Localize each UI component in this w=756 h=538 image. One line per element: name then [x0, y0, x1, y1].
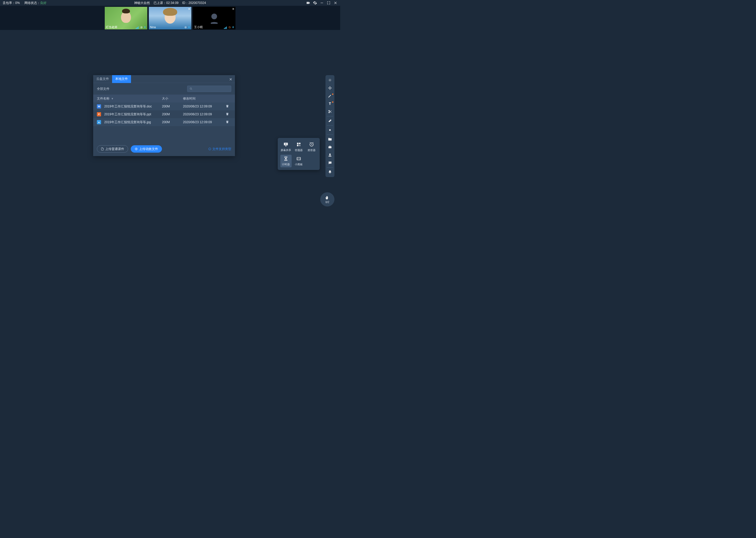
- close-window-icon[interactable]: [333, 1, 338, 5]
- tool-blackboard[interactable]: 2+3小黑板: [293, 155, 305, 167]
- user-icon[interactable]: [325, 151, 334, 159]
- packet-loss-label: 丢包率：: [3, 1, 15, 5]
- svg-point-7: [190, 88, 192, 89]
- right-toolbar: T: [325, 75, 334, 177]
- scissors-icon[interactable]: [325, 108, 334, 116]
- hand-count: 0/2: [325, 201, 329, 204]
- file-name: 2019年工作汇报情况查询等等.doc: [104, 104, 152, 109]
- folder-icon[interactable]: [325, 135, 334, 143]
- file-time: 2020/06/23 12:09:09: [183, 105, 223, 108]
- lesson-title: 神秘大自然: [134, 1, 150, 5]
- mic-icon: [144, 26, 146, 29]
- close-video-icon[interactable]: ✕: [188, 7, 190, 11]
- text-icon[interactable]: T: [325, 100, 334, 108]
- minimize-icon[interactable]: [320, 1, 324, 5]
- file-row[interactable]: ▲ 2019年工作汇报情况查询等等.jpg 200M 2020/06/23 12…: [93, 118, 235, 126]
- delete-file-button[interactable]: [223, 112, 231, 117]
- svg-point-19: [329, 110, 329, 111]
- upload-normal-button[interactable]: 上传普通课件: [97, 145, 128, 153]
- tool-label: 答题器: [295, 148, 303, 152]
- video-tile-student[interactable]: ✕ Nina: [149, 7, 191, 29]
- camera-icon: [184, 26, 187, 29]
- upload-animated-button[interactable]: 上传动效文件: [131, 145, 162, 153]
- signal-bars-icon: [224, 27, 227, 29]
- close-dialog-icon[interactable]: ✕: [229, 77, 232, 81]
- toolbar-separator: [327, 116, 333, 116]
- svg-point-21: [329, 129, 330, 131]
- camera-off-icon: [208, 11, 221, 25]
- tool-screen-share[interactable]: 屏幕共享: [280, 140, 292, 153]
- participant-name: 王小明: [194, 25, 203, 29]
- file-dialog: 云盘文件 本地文件 ✕ 全部文件 文件名称 ▼ 大小 修改时间 W 2019年工…: [93, 75, 235, 156]
- video-tile-student[interactable]: ✕ 王小明: [193, 7, 235, 29]
- raise-hand-button[interactable]: 0/2: [320, 192, 334, 206]
- svg-text:2+3: 2+3: [297, 158, 300, 160]
- blackboard-icon: 2+3: [295, 156, 303, 162]
- all-files-label: 全部文件: [97, 87, 110, 91]
- move-icon[interactable]: [325, 84, 334, 92]
- svg-rect-12: [299, 143, 301, 144]
- chat-icon[interactable]: [325, 159, 334, 167]
- play-circle-icon: [135, 147, 138, 150]
- svg-rect-13: [297, 145, 299, 146]
- col-size-label[interactable]: 大小: [162, 96, 183, 101]
- col-time-label[interactable]: 修改时间: [183, 96, 223, 101]
- video-tile-teacher[interactable]: 叮当老师: [105, 7, 147, 29]
- tool-label: 小黑板: [295, 163, 303, 166]
- signal-bars-icon: [136, 27, 139, 29]
- tools-popup: 屏幕共享答题器抢答器计时器2+3小黑板: [278, 138, 320, 170]
- tab-local-files[interactable]: 本地文件: [112, 75, 131, 83]
- file-row[interactable]: P 2019年工作汇报情况查询等等.ppt 200M 2020/06/23 12…: [93, 110, 235, 118]
- file-table-header: 文件名称 ▼ 大小 修改时间: [93, 94, 235, 102]
- participant-video-row: 叮当老师 ✕ Nina ✕ 王小明: [0, 6, 340, 30]
- file-type-icon: ▲: [97, 120, 101, 124]
- delete-file-button[interactable]: [223, 120, 231, 125]
- file-time: 2020/06/23 12:09:09: [183, 120, 223, 124]
- settings-icon[interactable]: [313, 1, 317, 5]
- file-type-icon: W: [97, 104, 101, 108]
- camera-toggle-icon[interactable]: [306, 1, 310, 5]
- hand-icon: [325, 195, 330, 200]
- search-input[interactable]: [187, 86, 231, 92]
- file-row[interactable]: W 2019年工作汇报情况查询等等.doc 200M 2020/06/23 12…: [93, 102, 235, 110]
- svg-point-5: [211, 14, 217, 20]
- svg-point-17: [330, 80, 330, 81]
- file-support-link[interactable]: 文件支持类型: [208, 147, 231, 151]
- network-label: 网络状态：: [24, 1, 40, 5]
- indicator-dot: [332, 101, 333, 103]
- close-video-icon[interactable]: ✕: [232, 7, 234, 11]
- bell-icon[interactable]: [325, 168, 334, 176]
- participant-name: 叮当老师: [106, 25, 117, 29]
- col-name-label[interactable]: 文件名称: [97, 96, 110, 101]
- tool-buzzer[interactable]: 抢答器: [306, 140, 317, 153]
- toolbar-separator: [327, 167, 333, 168]
- toolbar-separator: [327, 134, 333, 135]
- buzzer-icon: [308, 141, 315, 147]
- tab-cloud-files[interactable]: 云盘文件: [93, 75, 112, 83]
- file-size: 200M: [162, 112, 183, 116]
- toolbar-separator: [327, 125, 333, 126]
- svg-point-20: [329, 112, 329, 113]
- laser-pointer-icon[interactable]: [325, 76, 334, 84]
- toolbox-icon[interactable]: [325, 143, 334, 151]
- sort-desc-icon[interactable]: ▼: [111, 97, 114, 100]
- shape-circle-icon[interactable]: [325, 126, 334, 134]
- elapsed-value: 02:34:09: [166, 1, 178, 5]
- search-icon: [190, 87, 193, 90]
- pen-icon[interactable]: [325, 92, 334, 100]
- tool-timer[interactable]: 计时器: [280, 155, 292, 167]
- camera-icon: [140, 26, 143, 29]
- delete-file-button[interactable]: [223, 104, 231, 109]
- file-name: 2019年工作汇报情况查询等等.jpg: [104, 120, 151, 125]
- tool-label: 计时器: [282, 163, 290, 166]
- camera-muted-icon: [228, 26, 231, 29]
- id-value: 2020070324: [188, 1, 206, 5]
- svg-point-24: [329, 162, 329, 163]
- eraser-icon[interactable]: [325, 117, 334, 125]
- file-name: 2019年工作汇报情况查询等等.ppt: [104, 112, 151, 117]
- fullscreen-icon[interactable]: [327, 1, 331, 5]
- timer-icon: [282, 156, 290, 162]
- tool-answer[interactable]: 答题器: [293, 140, 305, 153]
- svg-rect-11: [297, 143, 299, 144]
- document-icon: [101, 147, 104, 150]
